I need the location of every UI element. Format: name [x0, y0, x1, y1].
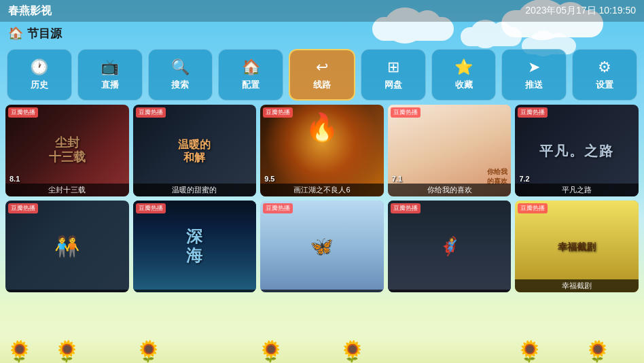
sunflower-6: 🌻: [517, 339, 542, 363]
title-4: 你给我的喜欢: [388, 184, 512, 196]
badge-3: 豆瓣热播: [263, 107, 293, 118]
badge-4: 豆瓣热播: [391, 107, 421, 118]
nav-config-label: 配置: [242, 79, 260, 91]
nav-route-label: 线路: [313, 79, 331, 91]
cloud-icon: ⊞: [387, 58, 399, 76]
movie-card-romance[interactable]: 你给我的喜欢 豆瓣热播 7.1 你给我的喜欢: [388, 105, 512, 196]
title-3: 画江湖之不良人6: [260, 184, 384, 196]
movie-card-ordinary[interactable]: 平凡。之路 豆瓣热播 7.2 平凡之路: [515, 105, 639, 196]
nav-live-label: 直播: [101, 79, 119, 91]
title-7: [133, 290, 257, 292]
nav-history[interactable]: 🕐 历史: [7, 49, 72, 101]
rating-1: 8.1: [10, 175, 20, 183]
nav-settings-label: 设置: [596, 79, 613, 91]
sunflower-7: 🌻: [585, 339, 610, 363]
nav-push-label: 推送: [525, 79, 543, 91]
sunflower-1: 🌻: [7, 339, 32, 363]
sunflower-5: 🌻: [340, 339, 365, 363]
bottom-decoration: 🌻 🌻 🌻 🌻 🌻 🌻 🌻: [0, 336, 644, 363]
badge-5: 豆瓣热播: [518, 107, 548, 118]
card-bg-4: 你给我的喜欢: [388, 105, 512, 196]
card-bg-9: 🦸: [388, 201, 512, 292]
search-icon: 🔍: [171, 58, 190, 76]
title-8: [260, 290, 384, 292]
history-icon: 🕐: [30, 58, 48, 76]
app-header: 春燕影视 2023年05月17日 10:19:50: [0, 0, 644, 22]
card-overlay-1: 尘封十三载: [49, 136, 86, 165]
badge-8: 豆瓣热播: [263, 203, 293, 213]
route-icon: ↩: [316, 58, 328, 76]
nav-favorite-label: 收藏: [455, 79, 473, 91]
badge-10: 豆瓣热播: [518, 203, 548, 213]
content-row-1: 尘封十三载 豆瓣热播 8.1 尘封十三载 温暖的和解 豆瓣热播 温暖的甜蜜的 🔥…: [5, 105, 639, 196]
nav-cloud-label: 网盘: [384, 79, 402, 91]
sunflower-2: 🌻: [54, 339, 79, 363]
card-overlay-2: 温暖的和解: [178, 137, 211, 163]
card-bg-1: 尘封十三载: [5, 105, 129, 196]
rating-5: 7.2: [519, 175, 529, 183]
nav-live[interactable]: 📺 直播: [77, 49, 143, 101]
badge-9: 豆瓣热播: [391, 203, 421, 213]
movie-card-huajiang[interactable]: 🔥 豆瓣热播 9.5 画江湖之不良人6: [260, 105, 384, 196]
nav-history-label: 历史: [31, 79, 48, 91]
movie-card-happy[interactable]: 幸福截剧 豆瓣热播 幸福截剧: [515, 201, 639, 292]
nav-cloud[interactable]: ⊞ 网盘: [361, 49, 426, 101]
sunflower-3: 🌻: [136, 339, 161, 363]
card-bg-10: 幸福截剧: [515, 201, 639, 292]
movie-card-r2c1[interactable]: 🧑‍🤝‍🧑 豆瓣热播: [5, 201, 129, 292]
movie-card-dustseal[interactable]: 尘封十三载 豆瓣热播 8.1 尘封十三载: [5, 105, 129, 196]
badge-6: 豆瓣热播: [8, 203, 38, 213]
section-bar: 🏠 节目源: [0, 22, 644, 45]
badge-1: 豆瓣热播: [8, 107, 38, 118]
favorite-icon: ⭐: [454, 58, 473, 76]
card-overlay-5: 平凡。之路: [539, 143, 614, 159]
app-title: 春燕影视: [8, 4, 52, 18]
live-icon: 📺: [101, 58, 119, 76]
nav-push[interactable]: ➤ 推送: [501, 49, 567, 101]
card-bg-3: 🔥: [260, 105, 384, 196]
title-9: [388, 290, 512, 292]
card-bg-7: 深海: [133, 201, 257, 292]
rating-4: 7.1: [392, 175, 402, 183]
title-5: 平凡之路: [515, 184, 639, 196]
content-row-2: 🧑‍🤝‍🧑 豆瓣热播 深海 豆瓣热播 🦋 豆瓣热播: [5, 201, 639, 292]
content-area: 尘封十三载 豆瓣热播 8.1 尘封十三载 温暖的和解 豆瓣热播 温暖的甜蜜的 🔥…: [0, 105, 644, 292]
movie-card-r2c3[interactable]: 🦋 豆瓣热播: [260, 201, 384, 292]
nav-search[interactable]: 🔍 搜索: [148, 49, 213, 101]
nav-favorite[interactable]: ⭐ 收藏: [431, 49, 497, 101]
datetime-display: 2023年05月17日 10:19:50: [525, 5, 636, 17]
home-icon: 🏠: [8, 26, 23, 41]
badge-7: 豆瓣热播: [136, 203, 166, 213]
movie-card-r2c4[interactable]: 🦸 豆瓣热播: [388, 201, 512, 292]
nav-route[interactable]: ↩ 线路: [289, 49, 355, 101]
card-bg-2: 温暖的和解: [133, 105, 257, 196]
section-title: 节目源: [27, 26, 62, 41]
rating-3: 9.5: [264, 175, 274, 183]
nav-grid: 🕐 历史 📺 直播 🔍 搜索 🏠 配置 ↩ 线路 ⊞ 网盘 ⭐ 收藏 ➤ 推送 …: [0, 45, 644, 105]
title-6: [5, 290, 129, 292]
title-10: 幸福截剧: [515, 279, 639, 292]
card-bg-8: 🦋: [260, 201, 384, 292]
title-2: 温暖的甜蜜的: [133, 184, 257, 196]
sunflower-4: 🌻: [258, 339, 283, 363]
config-icon: 🏠: [242, 58, 260, 76]
movie-card-deepsea[interactable]: 深海 豆瓣热播: [133, 201, 257, 292]
nav-settings[interactable]: ⚙ 设置: [572, 49, 637, 101]
card-bg-6: 🧑‍🤝‍🧑: [5, 201, 129, 292]
title-1: 尘封十三载: [5, 184, 129, 196]
push-icon: ➤: [528, 58, 540, 76]
nav-search-label: 搜索: [171, 79, 189, 91]
card-bg-5: 平凡。之路: [515, 105, 639, 196]
nav-config[interactable]: 🏠 配置: [218, 49, 283, 101]
movie-card-warm[interactable]: 温暖的和解 豆瓣热播 温暖的甜蜜的: [133, 105, 257, 196]
settings-icon: ⚙: [598, 58, 611, 76]
badge-2: 豆瓣热播: [136, 107, 166, 118]
